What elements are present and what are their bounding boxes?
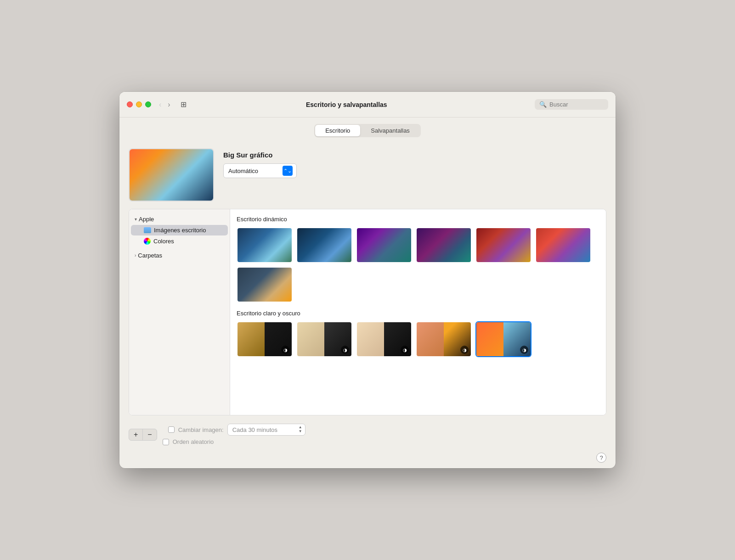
- thumb-ld3[interactable]: ◑: [356, 321, 412, 357]
- light-dark-gallery-grid: ◑ ◑: [237, 321, 599, 357]
- sidebar-item-carpetas[interactable]: › Carpetas: [129, 250, 230, 261]
- window-title: Escritorio y salvapantallas: [158, 101, 535, 108]
- bottom-right: ?: [129, 453, 606, 468]
- thumb-ld2[interactable]: ◑: [296, 321, 352, 357]
- thumb-left-ld4: [417, 322, 444, 356]
- random-order-checkbox[interactable]: [163, 439, 169, 445]
- thumb-d4[interactable]: [416, 227, 472, 263]
- gallery-pane: Escritorio dinámico: [230, 209, 606, 415]
- random-order-row: Orden aleatorio: [163, 438, 305, 445]
- chevron-down-icon: ▾: [135, 217, 137, 222]
- folder-icon: [144, 227, 151, 233]
- sidebar-colores-label: Colores: [153, 238, 174, 245]
- random-order-label: Orden aleatorio: [173, 438, 214, 445]
- tab-bar: Escritorio Salvapantallas: [119, 118, 616, 143]
- search-box[interactable]: 🔍: [535, 99, 608, 110]
- tab-salvapantallas[interactable]: Salvapantallas: [361, 125, 420, 136]
- thumb-d3[interactable]: [356, 227, 412, 263]
- appearance-dropdown[interactable]: Automático ⌃⌄: [223, 163, 297, 178]
- appearance-dropdown-value: Automático: [228, 168, 258, 174]
- sidebar-group-apple[interactable]: ▾ Apple: [129, 214, 230, 224]
- sidebar-separator: [129, 249, 230, 249]
- thumb-d5[interactable]: [475, 227, 531, 263]
- sidebar: ▾ Apple Imágenes escritorio Colores ›: [129, 209, 230, 415]
- light-dark-section-title: Escritorio claro y oscuro: [237, 310, 599, 317]
- main-pane: ▾ Apple Imágenes escritorio Colores ›: [129, 209, 606, 415]
- thumb-bg-d3: [357, 228, 411, 262]
- preferences-window: ‹ › ⊞ Escritorio y salvapantallas 🔍 Escr…: [119, 92, 616, 468]
- thumb-left-ld1: [237, 322, 265, 356]
- dropdown-arrow-icon: ⌃⌄: [283, 166, 293, 176]
- help-button[interactable]: ?: [596, 453, 606, 463]
- tab-group: Escritorio Salvapantallas: [314, 124, 421, 137]
- thumb-bg-d7: [237, 268, 292, 302]
- stepper-down-icon: ▼: [299, 430, 302, 434]
- minimize-button[interactable]: [136, 101, 142, 107]
- day-night-badge-ld2: ◑: [341, 346, 349, 354]
- thumb-d6[interactable]: [535, 227, 591, 263]
- sidebar-section-apple: ▾ Apple Imágenes escritorio Colores: [129, 213, 230, 248]
- day-night-badge-ld5: ◑: [520, 346, 528, 354]
- preview-row: Big Sur gráfico Automático ⌃⌄: [129, 143, 606, 209]
- thumb-d2[interactable]: [296, 227, 352, 263]
- search-icon: 🔍: [539, 101, 547, 108]
- maximize-button[interactable]: [145, 101, 151, 107]
- preview-bg-image: [130, 149, 213, 201]
- thumb-d1[interactable]: [237, 227, 293, 263]
- add-remove-group: + −: [129, 429, 157, 441]
- day-night-badge-ld3: ◑: [401, 346, 409, 354]
- tab-escritorio[interactable]: Escritorio: [315, 125, 360, 136]
- remove-button[interactable]: −: [143, 429, 156, 440]
- dynamic-section-title: Escritorio dinámico: [237, 216, 599, 223]
- search-input[interactable]: [549, 101, 604, 108]
- change-image-label: Cambiar imagen:: [178, 426, 224, 433]
- thumb-d7[interactable]: [237, 267, 293, 302]
- sidebar-carpetas-label: Carpetas: [138, 252, 162, 259]
- sidebar-item-colores[interactable]: Colores: [131, 236, 228, 246]
- interval-value: Cada 30 minutos: [232, 426, 277, 433]
- chevron-right-icon: ›: [135, 253, 136, 258]
- close-button[interactable]: [127, 101, 133, 107]
- thumb-ld1[interactable]: ◑: [237, 321, 293, 357]
- thumb-left-ld5: [476, 322, 503, 356]
- dynamic-gallery-grid: [237, 227, 599, 302]
- thumb-bg-d4: [417, 228, 471, 262]
- thumb-bg-d6: [536, 228, 590, 262]
- change-image-row: Cambiar imagen: Cada 30 minutos ▲ ▼: [168, 424, 305, 436]
- bottom-controls: Cambiar imagen: Cada 30 minutos ▲ ▼ Orde…: [163, 424, 305, 445]
- thumb-bg-d2: [297, 228, 351, 262]
- day-night-badge-ld4: ◑: [460, 346, 469, 354]
- interval-dropdown[interactable]: Cada 30 minutos ▲ ▼: [227, 424, 305, 436]
- traffic-lights: [127, 101, 151, 107]
- interval-stepper-icon: ▲ ▼: [299, 426, 302, 434]
- color-wheel-icon: [144, 238, 151, 245]
- preview-info: Big Sur gráfico Automático ⌃⌄: [223, 148, 297, 178]
- content-area: Big Sur gráfico Automático ⌃⌄ ▾ Apple: [119, 143, 616, 468]
- wallpaper-title: Big Sur gráfico: [223, 151, 297, 159]
- titlebar: ‹ › ⊞ Escritorio y salvapantallas 🔍: [119, 92, 616, 118]
- sidebar-item-imagenes[interactable]: Imágenes escritorio: [131, 225, 228, 235]
- change-image-checkbox[interactable]: [168, 426, 175, 433]
- thumb-ld5[interactable]: ◑: [475, 321, 531, 357]
- bottom-bar: + − Cambiar imagen: Cada 30 minutos ▲ ▼: [129, 420, 606, 453]
- add-button[interactable]: +: [129, 429, 142, 440]
- sidebar-imagenes-label: Imágenes escritorio: [154, 227, 206, 234]
- thumb-left-ld2: [297, 322, 324, 356]
- thumb-left-ld3: [357, 322, 384, 356]
- sidebar-apple-label: Apple: [139, 216, 154, 223]
- preview-thumbnail: [129, 148, 214, 202]
- thumb-bg-d1: [237, 228, 292, 262]
- day-night-badge-ld1: ◑: [281, 346, 289, 354]
- thumb-ld4[interactable]: ◑: [416, 321, 472, 357]
- thumb-bg-d5: [476, 228, 531, 262]
